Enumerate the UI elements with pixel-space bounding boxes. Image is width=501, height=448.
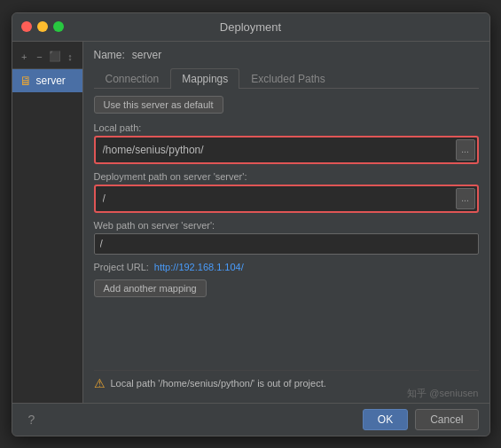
name-label: Name:	[94, 49, 125, 61]
minimize-button[interactable]	[37, 21, 48, 32]
web-path-label: Web path on server 'server':	[94, 220, 479, 231]
name-row: Name: server	[94, 49, 479, 61]
project-url-label: Project URL:	[94, 262, 149, 272]
local-path-input[interactable]	[98, 139, 452, 161]
copy-server-button[interactable]: ⬛	[48, 49, 61, 65]
dialog-body: + − ⬛ ↕ 🖥 server Name: server Connection…	[12, 42, 489, 403]
web-path-input[interactable]	[94, 233, 479, 255]
maximize-button[interactable]	[53, 21, 64, 32]
deployment-dialog: Deployment + − ⬛ ↕ 🖥 server Name: server	[12, 12, 490, 436]
deployment-path-input[interactable]	[98, 188, 452, 209]
tab-excluded-paths[interactable]: Excluded Paths	[239, 68, 336, 89]
local-path-browse-button[interactable]: ...	[456, 139, 475, 161]
deployment-path-row: ...	[94, 185, 479, 213]
close-button[interactable]	[21, 21, 32, 32]
bottom-bar: ? OK Cancel	[12, 403, 489, 436]
deployment-path-label: Deployment path on server 'server':	[94, 171, 479, 182]
local-path-row: ...	[94, 136, 479, 164]
local-path-field-group: Local path: ...	[94, 122, 479, 164]
title-bar: Deployment	[12, 13, 489, 42]
tabs: Connection Mappings Excluded Paths	[94, 68, 479, 89]
tab-connection[interactable]: Connection	[94, 68, 171, 89]
sidebar-item-label: server	[36, 75, 66, 87]
remove-server-button[interactable]: −	[33, 49, 46, 65]
web-path-field-group: Web path on server 'server':	[94, 220, 479, 255]
sidebar: + − ⬛ ↕ 🖥 server	[12, 42, 83, 403]
local-path-label: Local path:	[94, 122, 479, 133]
sidebar-item-server[interactable]: 🖥 server	[12, 69, 82, 92]
project-url-row: Project URL: http://192.168.1.104/	[94, 262, 479, 272]
warning-text: Local path '/home/senius/python/' is out…	[111, 378, 326, 389]
warning-icon: ⚠	[94, 376, 106, 390]
cancel-button[interactable]: Cancel	[415, 409, 478, 430]
add-server-button[interactable]: +	[18, 49, 31, 65]
help-button[interactable]: ?	[23, 411, 41, 428]
move-server-button[interactable]: ↕	[63, 49, 76, 65]
project-url-link[interactable]: http://192.168.1.104/	[154, 262, 244, 272]
watermark: 知乎 @seniusen	[407, 387, 478, 400]
use-default-server-button[interactable]: Use this server as default	[94, 96, 223, 114]
main-content: Name: server Connection Mappings Exclude…	[83, 42, 489, 403]
add-mapping-button[interactable]: Add another mapping	[94, 279, 207, 297]
deployment-path-field-group: Deployment path on server 'server': ...	[94, 171, 479, 213]
sidebar-toolbar: + − ⬛ ↕	[12, 45, 82, 69]
web-path-row	[94, 233, 479, 255]
traffic-lights	[21, 21, 64, 32]
deployment-path-browse-button[interactable]: ...	[456, 188, 475, 209]
name-value: server	[132, 49, 161, 61]
dialog-title: Deployment	[220, 20, 281, 34]
ok-button[interactable]: OK	[363, 409, 408, 430]
tab-mappings[interactable]: Mappings	[170, 68, 239, 89]
server-icon: 🖥	[20, 74, 32, 88]
